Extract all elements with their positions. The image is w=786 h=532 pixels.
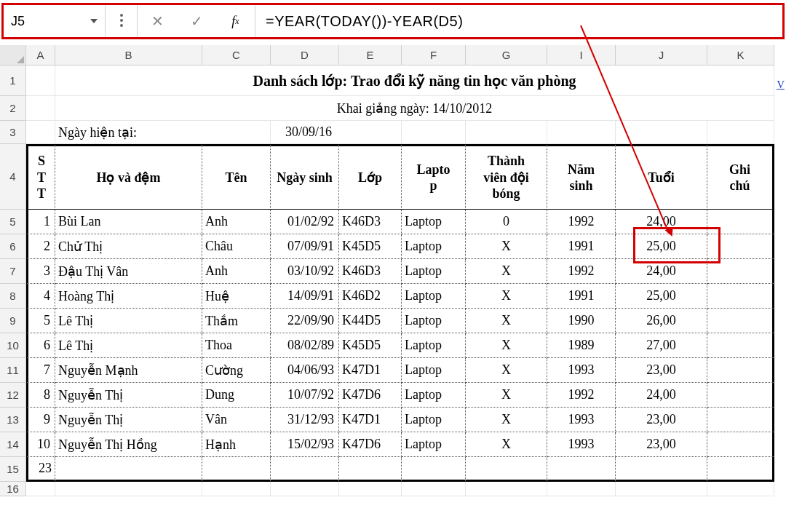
cell-stt-r5[interactable]: 1 <box>26 210 55 234</box>
cell-lop-r11[interactable]: K47D1 <box>339 358 402 383</box>
row-header-8[interactable]: 8 <box>0 284 26 309</box>
cell-tuoi-r6[interactable]: 25,00 <box>616 234 707 259</box>
cell-row3-2[interactable] <box>547 121 616 144</box>
cell-ghichu-r14[interactable] <box>707 432 774 457</box>
row-header-15[interactable]: 15 <box>0 457 26 482</box>
cell-stt-r8[interactable]: 4 <box>26 284 55 309</box>
cell-namsinh-r9[interactable]: 1990 <box>547 309 616 333</box>
cell-ngaysinh-r13[interactable]: 31/12/93 <box>271 408 339 432</box>
cell-r16-4[interactable] <box>339 482 402 496</box>
cell-r16-5[interactable] <box>402 482 466 496</box>
cell-laptop-r10[interactable]: Laptop <box>402 333 466 358</box>
cell-namsinh-r15[interactable] <box>547 457 616 482</box>
cell-A2[interactable] <box>26 96 55 121</box>
row-header-9[interactable]: 9 <box>0 309 26 333</box>
cell-ghichu-r11[interactable] <box>707 358 774 383</box>
col-header-C[interactable]: C <box>202 45 271 65</box>
cell-ghichu-r8[interactable] <box>707 284 774 309</box>
cell-laptop-r11[interactable]: Laptop <box>402 358 466 383</box>
cell-laptop-r12[interactable]: Laptop <box>402 383 466 408</box>
cell-tuoi-r11[interactable]: 23,00 <box>616 358 707 383</box>
row-header-11[interactable]: 11 <box>0 358 26 383</box>
cell-thanhvien-r8[interactable]: X <box>466 284 547 309</box>
row-header-3[interactable]: 3 <box>0 121 26 144</box>
cell-ngaysinh-r5[interactable]: 01/02/92 <box>271 210 339 234</box>
cell-thanhvien-r10[interactable]: X <box>466 333 547 358</box>
cell-hodem-r15[interactable] <box>55 457 202 482</box>
cell-namsinh-r5[interactable]: 1992 <box>547 210 616 234</box>
row-header-6[interactable]: 6 <box>0 234 26 259</box>
spreadsheet-grid[interactable]: ABCDEFGIJK1Danh sách lớp: Trao đổi kỹ nă… <box>0 45 786 496</box>
cell-namsinh-r11[interactable]: 1993 <box>547 358 616 383</box>
col-header-E[interactable]: E <box>339 45 402 65</box>
cell-ten-r15[interactable] <box>202 457 271 482</box>
cell-row3-4[interactable] <box>707 121 774 144</box>
select-all-corner[interactable] <box>0 45 26 65</box>
row-header-10[interactable]: 10 <box>0 333 26 358</box>
cell-hodem-r11[interactable]: Nguyễn Mạnh <box>55 358 202 383</box>
cell-row3-0[interactable] <box>402 121 466 144</box>
cell-r16-7[interactable] <box>547 482 616 496</box>
cell-ghichu-r7[interactable] <box>707 259 774 284</box>
name-box-dropdown-icon[interactable] <box>90 19 98 23</box>
cell-r16-2[interactable] <box>202 482 271 496</box>
cell-ten-r6[interactable]: Châu <box>202 234 271 259</box>
cell-namsinh-r8[interactable]: 1991 <box>547 284 616 309</box>
cell-ngaysinh-r6[interactable]: 07/09/91 <box>271 234 339 259</box>
cell-laptop-r6[interactable]: Laptop <box>402 234 466 259</box>
cell-thanhvien-r15[interactable] <box>466 457 547 482</box>
row-header-4[interactable]: 4 <box>0 144 26 210</box>
cancel-icon[interactable]: ✕ <box>138 5 177 37</box>
cell-ghichu-r5[interactable] <box>707 210 774 234</box>
cell-stt-r13[interactable]: 9 <box>26 408 55 432</box>
cell-hodem-r10[interactable]: Lê Thị <box>55 333 202 358</box>
cell-hodem-r7[interactable]: Đậu Thị Vân <box>55 259 202 284</box>
cell-row3-1[interactable] <box>466 121 547 144</box>
link-v[interactable]: V <box>777 79 785 91</box>
cell-lop-r7[interactable]: K46D3 <box>339 259 402 284</box>
cell-stt-r14[interactable]: 10 <box>26 432 55 457</box>
cell-A1[interactable] <box>26 65 55 96</box>
cell-r16-9[interactable] <box>707 482 774 496</box>
cell-ten-r11[interactable]: Cường <box>202 358 271 383</box>
row-header-7[interactable]: 7 <box>0 259 26 284</box>
cell-laptop-r15[interactable] <box>402 457 466 482</box>
cell-lop-r9[interactable]: K44D5 <box>339 309 402 333</box>
cell-tuoi-r12[interactable]: 24,00 <box>616 383 707 408</box>
cell-ten-r8[interactable]: Huệ <box>202 284 271 309</box>
row-header-14[interactable]: 14 <box>0 432 26 457</box>
cell-ghichu-r15[interactable] <box>707 457 774 482</box>
cell-hodem-r12[interactable]: Nguyễn Thị <box>55 383 202 408</box>
cell-tuoi-r14[interactable]: 23,00 <box>616 432 707 457</box>
fx-icon[interactable]: fx <box>216 5 255 37</box>
cell-tuoi-r7[interactable]: 24,00 <box>616 259 707 284</box>
cell-ngaysinh-r15[interactable] <box>271 457 339 482</box>
cell-hodem-r14[interactable]: Nguyễn Thị Hồng <box>55 432 202 457</box>
cell-thanhvien-r9[interactable]: X <box>466 309 547 333</box>
cell-laptop-r13[interactable]: Laptop <box>402 408 466 432</box>
cell-A3[interactable] <box>26 121 55 144</box>
cell-ten-r7[interactable]: Anh <box>202 259 271 284</box>
cell-lop-r14[interactable]: K47D6 <box>339 432 402 457</box>
cell-tuoi-r15[interactable] <box>616 457 707 482</box>
cell-r16-6[interactable] <box>466 482 547 496</box>
col-header-J[interactable]: J <box>616 45 707 65</box>
cell-hodem-r8[interactable]: Hoàng Thị <box>55 284 202 309</box>
cell-thanhvien-r5[interactable]: 0 <box>466 210 547 234</box>
row-header-16[interactable]: 16 <box>0 482 26 496</box>
cell-ngaysinh-r11[interactable]: 04/06/93 <box>271 358 339 383</box>
cell-laptop-r7[interactable]: Laptop <box>402 259 466 284</box>
cell-laptop-r14[interactable]: Laptop <box>402 432 466 457</box>
col-header-K[interactable]: K <box>707 45 774 65</box>
cell-tuoi-r5[interactable]: 24,00 <box>616 210 707 234</box>
cell-ten-r5[interactable]: Anh <box>202 210 271 234</box>
cell-row3-3[interactable] <box>616 121 707 144</box>
col-header-A[interactable]: A <box>26 45 55 65</box>
cell-hodem-r5[interactable]: Bùi Lan <box>55 210 202 234</box>
cell-ngaysinh-r7[interactable]: 03/10/92 <box>271 259 339 284</box>
cell-hodem-r13[interactable]: Nguyễn Thị <box>55 408 202 432</box>
cell-lop-r8[interactable]: K46D2 <box>339 284 402 309</box>
cell-ghichu-r10[interactable] <box>707 333 774 358</box>
cell-namsinh-r13[interactable]: 1993 <box>547 408 616 432</box>
cell-r16-3[interactable] <box>271 482 339 496</box>
